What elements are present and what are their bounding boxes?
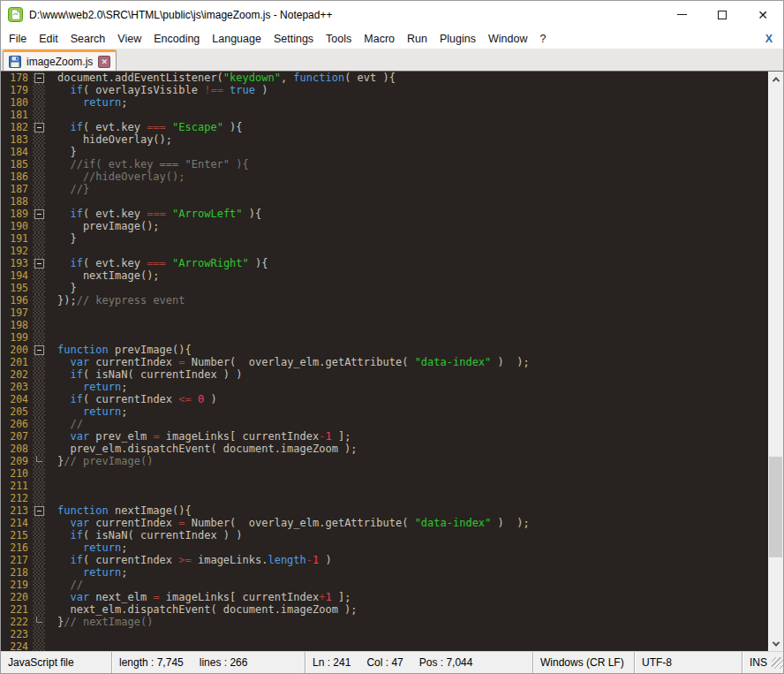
fold-margin[interactable] — [33, 356, 45, 368]
fold-margin[interactable] — [33, 616, 45, 628]
code-line[interactable]: 192 — [1, 245, 768, 257]
code-line[interactable]: 185 //if( evt.key === "Enter" ){ — [1, 158, 768, 170]
fold-margin[interactable] — [33, 319, 45, 331]
close-button[interactable]: ✕ — [743, 1, 783, 28]
menu-item-view[interactable]: View — [111, 30, 147, 48]
code-line[interactable]: 205 return; — [1, 405, 768, 418]
fold-margin[interactable] — [33, 282, 45, 294]
code-line[interactable]: 217 if( currentIndex >= imageLinks.lengt… — [1, 554, 768, 566]
fold-margin[interactable] — [33, 517, 45, 529]
code-line[interactable]: 223 — [1, 628, 768, 640]
code-line[interactable]: 201 var currentIndex = Number( overlay_e… — [1, 356, 768, 368]
code-line[interactable]: 180 return; — [1, 96, 768, 109]
code-line[interactable]: 188 — [1, 195, 768, 208]
fold-margin[interactable] — [33, 381, 45, 393]
fold-margin[interactable] — [33, 96, 45, 109]
fold-margin[interactable] — [33, 133, 45, 146]
code-line[interactable]: 202 if( isNaN( currentIndex ) ) — [1, 368, 768, 381]
fold-margin[interactable] — [33, 368, 45, 381]
fold-margin[interactable] — [33, 72, 45, 84]
fold-collapse-icon[interactable] — [34, 259, 44, 269]
fold-margin[interactable] — [33, 84, 45, 96]
code-line[interactable]: 193 if( evt.key === "ArrowRight" ){ — [1, 257, 768, 269]
code-line[interactable]: 182 if( evt.key === "Escape" ){ — [1, 121, 768, 133]
fold-collapse-icon[interactable] — [34, 73, 44, 83]
fold-margin[interactable] — [33, 603, 45, 616]
code-line[interactable]: 186 //hideOverlay(); — [1, 170, 768, 183]
fold-margin[interactable] — [33, 158, 45, 170]
code-line[interactable]: 183 hideOverlay(); — [1, 133, 768, 146]
code-line[interactable]: 190 prevImage(); — [1, 220, 768, 232]
fold-margin[interactable] — [33, 418, 45, 430]
scroll-down-button[interactable] — [768, 636, 783, 651]
scrollbar-thumb[interactable] — [769, 457, 782, 557]
code-line[interactable]: 210 — [1, 467, 768, 480]
menu-item-window[interactable]: Window — [482, 30, 533, 48]
menu-item-edit[interactable]: Edit — [33, 30, 64, 48]
vertical-scrollbar[interactable] — [768, 72, 783, 651]
fold-margin[interactable] — [33, 443, 45, 455]
fold-margin[interactable] — [33, 529, 45, 541]
fold-margin[interactable] — [33, 480, 45, 492]
fold-margin[interactable] — [33, 307, 45, 319]
fold-margin[interactable] — [33, 220, 45, 232]
fold-collapse-icon[interactable] — [34, 506, 44, 516]
fold-margin[interactable] — [33, 245, 45, 257]
fold-margin[interactable] — [33, 640, 45, 651]
fold-margin[interactable] — [33, 109, 45, 121]
tab-close-icon[interactable]: ✕ — [98, 56, 110, 68]
fold-margin[interactable] — [33, 121, 45, 133]
code-line[interactable]: 195 } — [1, 282, 768, 294]
fold-margin[interactable] — [33, 541, 45, 554]
code-line[interactable]: 198 — [1, 319, 768, 331]
fold-collapse-icon[interactable] — [34, 123, 44, 133]
code-line[interactable]: 196});// keypress event — [1, 294, 768, 307]
code-line[interactable]: 191 } — [1, 232, 768, 245]
code-line[interactable]: 179 if( overlayIsVisible !== true ) — [1, 84, 768, 96]
menu-item-macro[interactable]: Macro — [358, 30, 401, 48]
tab-imagezoom-js[interactable]: imageZoom.js ✕ — [3, 49, 117, 71]
code-line[interactable]: 184 } — [1, 146, 768, 158]
menu-item-settings[interactable]: Settings — [268, 30, 320, 48]
fold-margin[interactable] — [33, 344, 45, 356]
menu-item-search[interactable]: Search — [64, 30, 112, 48]
code-line[interactable]: 207 var prev_elm = imageLinks[ currentIn… — [1, 430, 768, 443]
code-line[interactable]: 199 — [1, 331, 768, 344]
fold-margin[interactable] — [33, 467, 45, 480]
close-document-button[interactable]: X — [757, 33, 781, 45]
code-line[interactable]: 219 // — [1, 579, 768, 591]
code-lines[interactable]: 178document.addEventListener("keydown", … — [1, 72, 768, 651]
fold-margin[interactable] — [33, 269, 45, 282]
fold-collapse-icon[interactable] — [34, 209, 44, 219]
code-line[interactable]: 194 nextImage(); — [1, 269, 768, 282]
fold-margin[interactable] — [33, 170, 45, 183]
fold-collapse-icon[interactable] — [34, 345, 44, 355]
scroll-up-button[interactable] — [768, 72, 783, 87]
menu-item-[interactable]: ? — [533, 30, 552, 48]
code-line[interactable]: 197 — [1, 307, 768, 319]
code-line[interactable]: 212 — [1, 492, 768, 504]
code-line[interactable]: 209}// prevImage() — [1, 455, 768, 467]
code-line[interactable]: 211 — [1, 480, 768, 492]
fold-margin[interactable] — [33, 195, 45, 208]
fold-margin[interactable] — [33, 504, 45, 517]
fold-margin[interactable] — [33, 554, 45, 566]
menu-item-plugins[interactable]: Plugins — [433, 30, 482, 48]
fold-margin[interactable] — [33, 591, 45, 603]
menu-item-encoding[interactable]: Encoding — [147, 30, 206, 48]
code-line[interactable]: 218 return; — [1, 566, 768, 579]
fold-margin[interactable] — [33, 208, 45, 220]
fold-margin[interactable] — [33, 232, 45, 245]
code-line[interactable]: 208 prev_elm.dispatchEvent( document.ima… — [1, 443, 768, 455]
fold-margin[interactable] — [33, 455, 45, 467]
fold-margin[interactable] — [33, 146, 45, 158]
menu-item-file[interactable]: File — [3, 30, 33, 48]
fold-margin[interactable] — [33, 393, 45, 405]
minimize-button[interactable] — [661, 1, 702, 28]
code-line[interactable]: 189 if( evt.key === "ArrowLeft" ){ — [1, 208, 768, 220]
fold-margin[interactable] — [33, 183, 45, 195]
menu-item-language[interactable]: Language — [206, 30, 268, 48]
fold-margin[interactable] — [33, 430, 45, 443]
code-line[interactable]: 214 var currentIndex = Number( overlay_e… — [1, 517, 768, 529]
menu-item-run[interactable]: Run — [401, 30, 433, 48]
